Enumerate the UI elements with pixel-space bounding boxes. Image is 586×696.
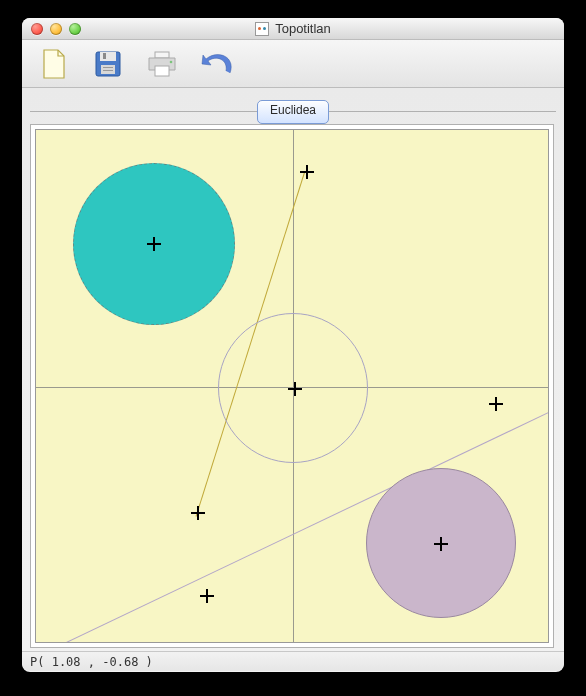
point-marker[interactable] — [434, 537, 448, 551]
tab-bar: Euclidea — [30, 100, 556, 124]
svg-point-8 — [170, 60, 173, 63]
point-marker[interactable] — [288, 382, 302, 396]
toolbar — [22, 40, 564, 88]
tab-euclidea[interactable]: Euclidea — [257, 100, 329, 124]
content-area: Euclidea — [22, 88, 564, 651]
title-area: Topotitlan — [22, 21, 564, 36]
svg-rect-7 — [155, 66, 169, 76]
titlebar[interactable]: Topotitlan — [22, 18, 564, 40]
floppy-icon — [93, 49, 123, 79]
svg-rect-4 — [103, 67, 113, 68]
canvas-frame — [30, 124, 554, 648]
window-controls — [22, 23, 81, 35]
point-marker[interactable] — [147, 237, 161, 251]
close-icon[interactable] — [31, 23, 43, 35]
status-bar: P( 1.08 , -0.68 ) — [22, 651, 564, 671]
svg-rect-3 — [101, 65, 115, 74]
app-icon — [255, 22, 269, 36]
new-button[interactable] — [34, 44, 74, 84]
window-title: Topotitlan — [275, 21, 331, 36]
save-button[interactable] — [88, 44, 128, 84]
geometry-canvas[interactable] — [35, 129, 549, 643]
svg-rect-5 — [103, 70, 113, 71]
undo-icon — [200, 51, 232, 77]
print-button[interactable] — [142, 44, 182, 84]
point-marker[interactable] — [489, 397, 503, 411]
point-marker[interactable] — [191, 506, 205, 520]
undo-button[interactable] — [196, 44, 236, 84]
document-icon — [40, 48, 68, 80]
point-marker[interactable] — [300, 165, 314, 179]
app-window: Topotitlan — [22, 18, 564, 672]
svg-rect-1 — [100, 52, 116, 61]
point-marker[interactable] — [200, 589, 214, 603]
svg-rect-6 — [155, 52, 169, 58]
svg-rect-2 — [103, 53, 106, 59]
zoom-icon[interactable] — [69, 23, 81, 35]
cursor-coords: P( 1.08 , -0.68 ) — [30, 655, 153, 669]
minimize-icon[interactable] — [50, 23, 62, 35]
printer-icon — [146, 50, 178, 78]
